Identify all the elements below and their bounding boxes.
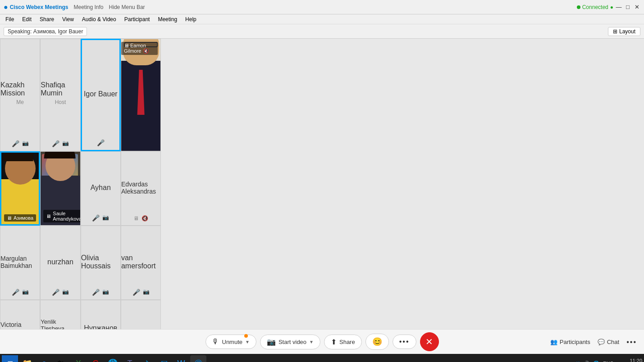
- cisco-icon: ●: [4, 3, 8, 11]
- system-clock: 11:20 22.07.2021: [617, 358, 642, 362]
- participant-cell-olivia: Olivia Houssais 🎤 📷: [81, 226, 121, 300]
- start-button[interactable]: ⊞: [2, 355, 18, 362]
- participant-status-icons: 🎤 📷: [92, 214, 109, 222]
- participant-name: Edvardas Aleksandras: [121, 181, 160, 195]
- more-options-button[interactable]: •••: [393, 335, 416, 349]
- maximize-button[interactable]: □: [624, 4, 631, 11]
- word-icon[interactable]: W: [173, 355, 189, 362]
- chat-button[interactable]: 💬 Chat: [598, 339, 619, 345]
- excel-icon[interactable]: X: [70, 355, 87, 362]
- minimize-button[interactable]: —: [615, 4, 622, 11]
- chevron-down-icon[interactable]: ▼: [245, 339, 250, 344]
- participant-name: Kazakh Mission: [0, 81, 40, 97]
- participant-name: Нуржанов: [84, 324, 117, 329]
- bag-icon: 🛍: [57, 359, 65, 362]
- participants-button[interactable]: 👥 Participants: [550, 339, 590, 345]
- network-icon: 🌐: [593, 361, 599, 362]
- close-button[interactable]: ✕: [633, 4, 640, 11]
- azimova-name: Азимова: [14, 215, 33, 221]
- start-video-label: Start video: [279, 339, 306, 345]
- ie-icon[interactable]: e: [36, 355, 52, 362]
- participant-role: Me: [16, 99, 24, 105]
- muted-icon: 🎤: [52, 289, 59, 296]
- start-video-button[interactable]: 📷 Start video ▼: [260, 335, 320, 349]
- end-call-icon: ✕: [425, 336, 433, 347]
- store-icon[interactable]: 🛍: [53, 355, 69, 362]
- ie-browser-icon: e: [42, 359, 46, 362]
- menu-file[interactable]: File: [2, 15, 18, 23]
- telegram-icon[interactable]: ✈: [139, 355, 155, 362]
- participant-status-icons: 🖥 🔇: [133, 215, 148, 222]
- end-call-button[interactable]: ✕: [420, 332, 439, 351]
- video-icon: 📷: [267, 338, 276, 346]
- participant-name: Victoria ROMANO: [0, 321, 40, 329]
- participant-status-icons: 🎤 📷: [12, 140, 29, 147]
- menu-meeting[interactable]: Meeting: [154, 15, 181, 23]
- emoji-button[interactable]: 😊: [365, 334, 389, 350]
- unmute-icon: 🎙: [212, 338, 219, 346]
- title-bar: ● Cisco Webex Meetings Meeting Info Hide…: [0, 0, 644, 14]
- hide-menu-bar-btn[interactable]: Hide Menu Bar: [109, 4, 145, 10]
- eamon-video-feed: [121, 39, 160, 151]
- email-icon: ✉: [161, 358, 168, 362]
- word-app-icon: W: [178, 359, 185, 362]
- taskbar-apps: ⊞ 📁 e 🛍 X C 🌐 T ✈: [2, 355, 206, 362]
- mic-icon: 🎤: [132, 289, 140, 296]
- menu-audio-video[interactable]: Audio & Video: [78, 15, 120, 23]
- participant-cell-nurzhanov: Нуржанов 🎤: [81, 300, 121, 329]
- title-bar-left: ● Cisco Webex Meetings Meeting Info Hide…: [4, 3, 145, 11]
- menu-edit[interactable]: Edit: [18, 15, 35, 23]
- chrome-icon[interactable]: 🌐: [105, 355, 121, 362]
- participant-grid: Kazakh Mission Me 🎤 📷 Shafiqa Mumin Host…: [0, 39, 161, 329]
- participant-cell-edvardas: Edvardas Aleksandras 🖥 🔇: [121, 151, 161, 226]
- participant-cell-victoria: Victoria ROMANO 🖥 🔇: [0, 300, 40, 329]
- video-off-icon: 📷: [102, 214, 109, 222]
- eset-icon[interactable]: C: [87, 355, 104, 362]
- screen-icon: 🖥: [124, 43, 129, 48]
- share-button[interactable]: ⬆ Share: [324, 335, 362, 349]
- mic-icon: 🎤: [92, 289, 100, 296]
- activity-dot: [244, 334, 248, 338]
- chevron-down-icon[interactable]: ▼: [309, 339, 314, 344]
- participant-name: van amersfoort: [121, 254, 160, 270]
- layout-icon: ⊞: [613, 28, 617, 35]
- participant-cell-nurzhan: nurzhan 🎤 📷: [40, 226, 80, 300]
- taskbar: ⊞ 📁 e 🛍 X C 🌐 T ✈: [0, 354, 644, 362]
- status-dot: [577, 5, 580, 9]
- overflow-menu-button[interactable]: •••: [626, 337, 637, 347]
- screen-icon-saule: 🖥: [46, 213, 51, 219]
- unmute-button[interactable]: 🎙 Unmute ▼: [205, 335, 256, 349]
- more-icon: •••: [399, 338, 410, 346]
- video-off-icon: 📷: [102, 289, 109, 296]
- menu-help[interactable]: Help: [182, 15, 200, 23]
- outlook-icon[interactable]: ✉: [156, 355, 172, 362]
- share-label: Share: [339, 339, 355, 345]
- file-explorer-icon[interactable]: 📁: [19, 355, 35, 362]
- participant-name: Yenlik Tlesheva, KazEmbBrux: [41, 318, 80, 330]
- participant-status-icons: 🎤 📷: [132, 289, 150, 296]
- participant-name-label: 🖥 Eamon Gilmore 🔇: [121, 42, 158, 55]
- participant-status-icons: 🎤: [97, 139, 105, 146]
- meeting-info-link[interactable]: Meeting Info: [74, 4, 104, 10]
- unmute-label: Unmute: [222, 339, 242, 345]
- saule-name: Saule Amandykova: [53, 211, 80, 222]
- speaking-indicator: Speaking: Азимова, Igor Bauer: [4, 27, 87, 36]
- menu-share[interactable]: Share: [36, 15, 58, 23]
- video-off-icon: 🖥: [133, 215, 139, 222]
- menu-participant[interactable]: Participant: [121, 15, 154, 23]
- saule-name-label: 🖥 Saule Amandykova 🔇: [43, 210, 80, 222]
- overflow-icon: •••: [626, 338, 637, 346]
- mic-icon: 🎤: [97, 139, 105, 146]
- saule-hair: [44, 151, 76, 158]
- teams-icon[interactable]: T: [122, 355, 138, 362]
- layout-button[interactable]: ⊞ Layout: [608, 27, 640, 36]
- video-off-icon: 📷: [62, 289, 69, 296]
- mic-icon: 🎤: [52, 140, 59, 147]
- webex-taskbar-icon[interactable]: @: [190, 355, 206, 362]
- screen-share-icon: 🖥: [7, 215, 12, 221]
- app-logo: ● Cisco Webex Meetings: [4, 3, 69, 11]
- menu-view[interactable]: View: [59, 15, 78, 23]
- volume-icon: 🔊: [583, 361, 589, 362]
- browser-icon: 🌐: [108, 358, 118, 362]
- participant-name: Olivia Houssais: [81, 254, 120, 270]
